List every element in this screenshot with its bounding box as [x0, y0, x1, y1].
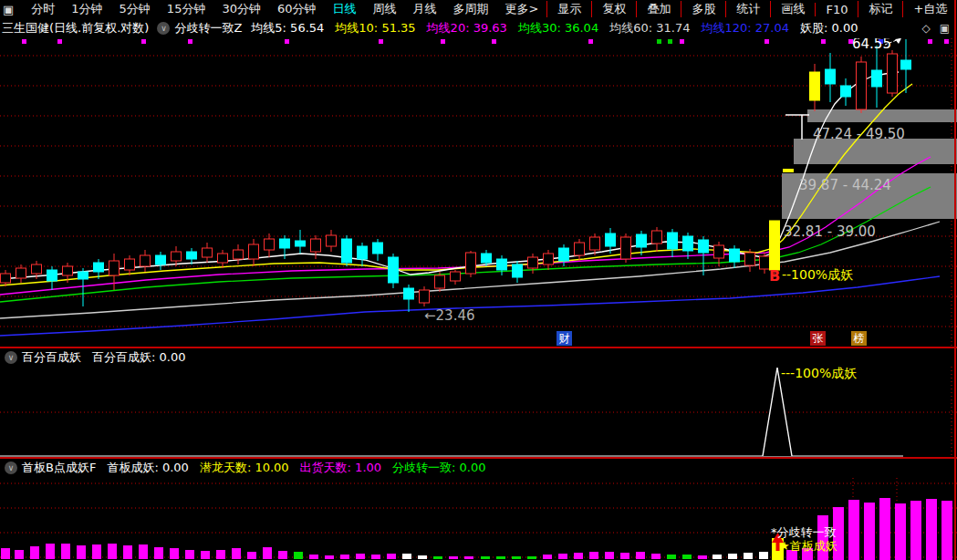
collapse-chevron-icon[interactable]: ∨ [5, 351, 17, 364]
histogram-bar [879, 498, 890, 560]
candle [249, 244, 259, 259]
chart-label: ←23.46 [424, 307, 475, 324]
toolbar-button-多股[interactable]: 多股 [681, 1, 725, 17]
histogram-bar [698, 555, 707, 559]
candle [745, 253, 755, 265]
candle [140, 255, 151, 266]
ma-value: 均线120: 27.04 [701, 20, 789, 36]
candle [482, 254, 492, 263]
top-toolbar: ▣ 分时1分钟5分钟15分钟30分钟60分钟日线周线月线多周期更多> 显示复权叠… [0, 0, 957, 18]
bottom-indicator-name[interactable]: 首板B点成妖F [22, 460, 96, 476]
menu-item-60分钟[interactable]: 60分钟 [269, 1, 325, 17]
bottom-indicator-canvas[interactable]: *分歧转一致★首板成妖 [0, 478, 957, 560]
histogram-bar [154, 547, 163, 559]
marker-badge-张[interactable]: 张 [810, 331, 826, 346]
histogram-bar [481, 556, 490, 559]
histogram-bar [232, 548, 241, 559]
chart-label: *分歧转一致 [771, 525, 837, 539]
marker-badge-榜[interactable]: 榜 [851, 331, 867, 346]
toolbar-button-复权[interactable]: 复权 [591, 1, 636, 17]
histogram-bar [682, 555, 692, 559]
candle [218, 254, 228, 263]
diamond-icon[interactable]: ◇ [921, 22, 930, 35]
collapse-chevron-icon[interactable]: ∨ [5, 461, 17, 474]
histogram-bar [92, 544, 101, 559]
candle [32, 264, 42, 274]
indicator-name[interactable]: 分歧转一致Z [174, 20, 242, 36]
menu-item-5分钟[interactable]: 5分钟 [111, 1, 159, 17]
toolbar-actions: 显示复权叠加多股统计画线F10标记+自选 [546, 1, 957, 17]
histogram-bar [15, 550, 24, 559]
indicator-value: 首板成妖: 0.00 [107, 460, 188, 476]
histogram-bar [294, 552, 303, 559]
histogram-bar [139, 544, 148, 559]
ma-value: 均线60: 31.74 [609, 20, 690, 36]
chart-label: ---100%成妖 [781, 367, 857, 380]
menu-item-1分钟[interactable]: 1分钟 [63, 1, 110, 17]
histogram-bar [496, 556, 505, 559]
menu-item-分时[interactable]: 分时 [23, 1, 63, 17]
toolbar-button-标记[interactable]: 标记 [858, 1, 902, 17]
histogram-bar [402, 554, 411, 559]
candle [125, 259, 135, 270]
histogram-bar [123, 545, 132, 559]
histogram-bar [247, 552, 256, 559]
ma-value: 均线10: 51.35 [335, 20, 415, 36]
candle [203, 248, 213, 257]
toolbar-button-显示[interactable]: 显示 [546, 1, 591, 17]
candle [668, 233, 678, 249]
menu-item-日线[interactable]: 日线 [325, 1, 365, 17]
chart-label: B [769, 267, 780, 285]
candle [311, 239, 321, 252]
candle [187, 252, 197, 259]
menu-item-多周期[interactable]: 多周期 [445, 1, 497, 17]
middle-indicator-name[interactable]: 百分百成妖 [22, 349, 81, 366]
candle [451, 272, 461, 281]
candle [621, 237, 631, 259]
menu-item-月线[interactable]: 月线 [405, 1, 445, 17]
main-chart-canvas[interactable]: 64.55←23.4647.24 - 49.5039.87 - 44.2432.… [0, 38, 957, 347]
collapse-chevron-icon[interactable]: ∨ [157, 22, 170, 35]
indicator-value: 出货天数: 1.00 [300, 460, 381, 476]
marker-badge-财[interactable]: 财 [557, 331, 572, 346]
candle [327, 235, 337, 246]
menu-item-15分钟[interactable]: 15分钟 [159, 1, 214, 17]
candle [47, 270, 57, 281]
toolbar-button-F10[interactable]: F10 [815, 3, 858, 16]
ma-value: 均线5: 56.54 [251, 20, 324, 36]
menu-item-周线[interactable]: 周线 [365, 1, 405, 17]
app-window: ▣ 分时1分钟5分钟15分钟30分钟60分钟日线周线月线多周期更多> 显示复权叠… [0, 0, 957, 560]
chart-label: 47.24 - 49.50 [813, 126, 905, 142]
chart-label: 32.81 - 39.00 [784, 223, 876, 240]
histogram-bar [418, 555, 427, 559]
histogram-bar [449, 556, 458, 559]
candle [16, 268, 26, 278]
candle [714, 245, 724, 258]
histogram-bar [864, 503, 875, 560]
candle [544, 254, 554, 264]
candle [901, 60, 911, 69]
bottom-panel-header: ∨ 首板B点成妖F 首板成妖: 0.00潜龙天数: 10.00出货天数: 1.0… [0, 459, 949, 477]
histogram-bar [371, 555, 380, 559]
histogram-bar [620, 553, 629, 559]
candle [265, 239, 275, 250]
chart-label: 39.87 - 44.24 [799, 177, 891, 193]
candle [404, 288, 414, 299]
histogram-bar [77, 545, 86, 559]
candle [1, 274, 11, 283]
candle [683, 236, 693, 251]
toolbar-button-叠加[interactable]: 叠加 [636, 1, 681, 17]
window-menu-icon[interactable]: ▣ [0, 3, 17, 16]
menu-item-更多>[interactable]: 更多> [497, 1, 547, 17]
candle [730, 249, 740, 262]
middle-indicator-canvas[interactable]: ---100%成妖 [0, 367, 957, 457]
panel-layout-icon[interactable]: ▣ [940, 22, 950, 35]
menu-item-30分钟[interactable]: 30分钟 [213, 1, 269, 17]
histogram-bar [926, 499, 937, 560]
histogram-bar [605, 552, 614, 559]
toolbar-button-+自选[interactable]: +自选 [902, 1, 957, 17]
candle [156, 255, 166, 264]
candle [497, 259, 507, 270]
toolbar-button-统计[interactable]: 统计 [725, 1, 770, 17]
toolbar-button-画线[interactable]: 画线 [770, 1, 815, 17]
